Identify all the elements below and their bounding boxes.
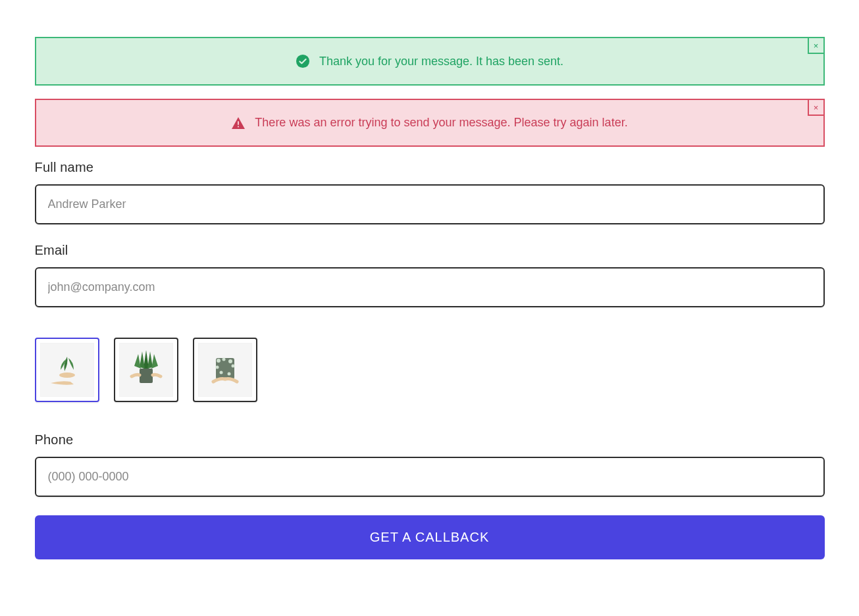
thumbnail-option-3[interactable] xyxy=(193,338,257,402)
thumbnail-option-2[interactable] xyxy=(114,338,178,402)
svg-point-14 xyxy=(219,371,222,374)
check-circle-icon xyxy=(296,54,310,68)
svg-rect-6 xyxy=(140,369,153,383)
plant-image-icon xyxy=(198,343,252,397)
svg-point-13 xyxy=(215,366,219,369)
thumbnail-option-1[interactable] xyxy=(35,338,99,402)
alert-success-close-button[interactable]: × xyxy=(808,37,825,54)
svg-point-15 xyxy=(227,372,230,376)
alert-success-message: Thank you for your message. It has been … xyxy=(319,55,563,68)
plant-image-icon xyxy=(119,343,173,397)
plant-image-icon xyxy=(40,343,94,397)
svg-point-9 xyxy=(217,359,221,363)
close-icon: × xyxy=(814,41,819,50)
phone-input[interactable] xyxy=(35,457,825,497)
warning-triangle-icon xyxy=(231,116,246,130)
svg-point-0 xyxy=(296,55,309,68)
field-phone: Phone xyxy=(35,432,825,497)
svg-point-4 xyxy=(59,372,75,378)
form-container: Thank you for your message. It has been … xyxy=(35,37,825,559)
svg-rect-1 xyxy=(238,121,239,124)
phone-label: Phone xyxy=(35,432,825,448)
fullname-label: Full name xyxy=(35,160,825,175)
thumbnail-row xyxy=(35,338,825,402)
alert-success: Thank you for your message. It has been … xyxy=(35,37,825,86)
fullname-input[interactable] xyxy=(35,184,825,224)
svg-point-11 xyxy=(228,359,232,363)
alert-error-close-button[interactable]: × xyxy=(808,99,825,116)
svg-point-10 xyxy=(222,358,225,361)
svg-rect-3 xyxy=(41,344,93,396)
close-icon: × xyxy=(814,103,819,112)
email-input[interactable] xyxy=(35,267,825,307)
field-fullname: Full name xyxy=(35,160,825,224)
get-callback-button[interactable]: GET A CALLBACK xyxy=(35,515,825,559)
svg-rect-2 xyxy=(238,126,239,127)
email-label: Email xyxy=(35,243,825,258)
field-email: Email xyxy=(35,243,825,307)
alert-error-message: There was an error trying to send your m… xyxy=(255,116,627,130)
svg-point-12 xyxy=(231,365,234,368)
alert-error: There was an error trying to send your m… xyxy=(35,99,825,147)
